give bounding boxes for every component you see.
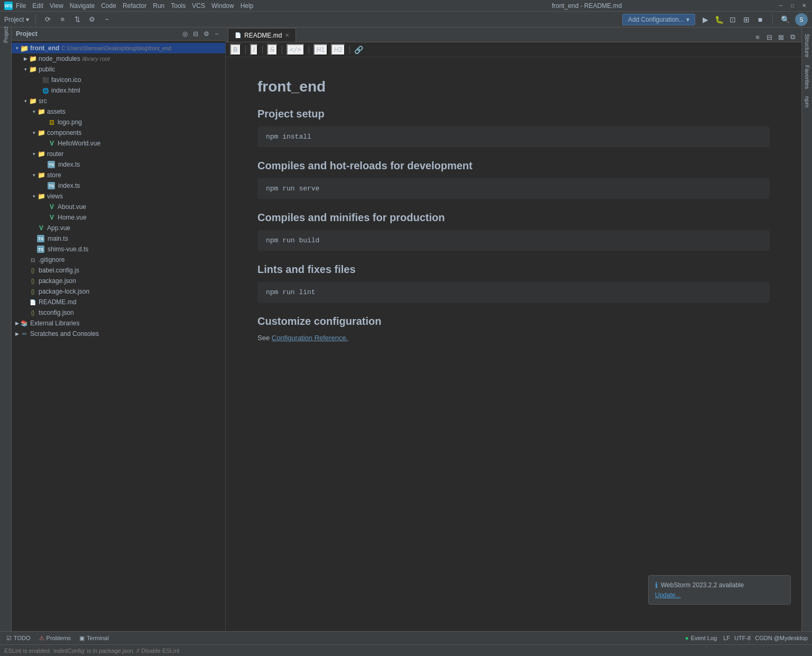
run-button[interactable]: ▶	[699, 14, 711, 25]
add-configuration-button[interactable]: Add Configuration... ▾	[622, 14, 695, 25]
tree-item-router[interactable]: ▾ 📁 router	[12, 149, 225, 159]
tab-readme-icon: 📄	[235, 32, 241, 38]
menu-vcs[interactable]: VCS	[192, 2, 205, 10]
arrow-assets: ▾	[31, 108, 37, 115]
label-components: components	[47, 129, 81, 136]
tab-split-h-icon[interactable]: ⊟	[764, 32, 774, 42]
tree-item-gitignore[interactable]: ⊡ .gitignore	[12, 254, 225, 265]
list-icon[interactable]: ≡	[57, 14, 68, 25]
coverage-button[interactable]: ⊡	[727, 14, 739, 25]
update-notification: ℹ WebStorm 2023.2.2 available Update...	[648, 575, 791, 605]
tree-item-home[interactable]: V Home.vue	[12, 212, 225, 223]
tree-item-assets[interactable]: ▾ 📁 assets	[12, 106, 225, 117]
tree-item-tsconfig[interactable]: {} tsconfig.json	[12, 307, 225, 318]
tree-item-views[interactable]: ▾ 📁 views	[12, 191, 225, 202]
md-link-icon[interactable]: 🔗	[354, 45, 363, 54]
tree-item-index-html[interactable]: 🌐 index.html	[12, 85, 225, 96]
tree-item-favicon[interactable]: ⬛ favicon.ico	[12, 75, 225, 85]
arrow-logo	[41, 119, 48, 125]
debug-button[interactable]: 🐛	[713, 14, 725, 25]
folder-icon-store: 📁	[37, 171, 45, 179]
menu-file[interactable]: File	[16, 2, 26, 10]
tree-item-components[interactable]: ▾ 📁 components	[12, 127, 225, 138]
arrow-package-lock	[22, 288, 29, 295]
md-strikethrough-button[interactable]: S	[267, 44, 278, 56]
todo-button[interactable]: ☑ TODO	[4, 634, 33, 643]
update-link[interactable]: Update...	[655, 591, 784, 599]
config-reference-link[interactable]: Configuration Reference.	[272, 334, 348, 342]
problems-button[interactable]: ⚠ Problems	[37, 634, 73, 643]
json-icon-tsconfig: {}	[29, 308, 37, 317]
tab-split-v-icon[interactable]: ⊠	[776, 32, 786, 42]
locate-icon[interactable]: ◎	[181, 30, 189, 38]
tree-item-router-index[interactable]: TS index.ts	[12, 159, 225, 170]
event-log-button[interactable]: ● Event Log	[683, 634, 719, 642]
menu-window[interactable]: Window	[211, 2, 234, 10]
tree-item-front_end[interactable]: ▾ 📁 front_end C:\Users\Sterman\Desktop\b…	[12, 43, 225, 53]
tree-item-public[interactable]: ▾ 📁 public	[12, 64, 225, 75]
tree-item-babel[interactable]: {} babel.config.js	[12, 265, 225, 276]
structure-label[interactable]: Structure	[803, 32, 811, 60]
menu-tools[interactable]: Tools	[171, 2, 186, 10]
tree-item-ext-libs[interactable]: ▶ 📚 External Libraries	[12, 318, 225, 329]
menu-code[interactable]: Code	[101, 2, 116, 10]
project-dropdown[interactable]: Project ▾	[4, 16, 29, 23]
tree-item-shims[interactable]: TS shims-vue.d.ts	[12, 244, 225, 254]
branch-label[interactable]: CGDN @Mydesktop	[755, 635, 808, 641]
terminal-button[interactable]: ▣ Terminal	[77, 634, 111, 643]
md-bold-button[interactable]: B	[230, 44, 241, 56]
tree-item-src[interactable]: ▾ 📁 src	[12, 96, 225, 106]
md-italic-button[interactable]: I	[250, 44, 258, 56]
project-side-icon[interactable]: Project	[1, 30, 11, 39]
tree-item-node_modules[interactable]: ▶ 📁 node_modules library root	[12, 53, 225, 64]
sync-icon[interactable]: ⟳	[42, 14, 53, 25]
collapse-icon[interactable]: ⊟	[191, 30, 200, 38]
tree-item-package[interactable]: {} package.json	[12, 276, 225, 286]
menu-refactor[interactable]: Refactor	[123, 2, 146, 10]
tree-item-store[interactable]: ▾ 📁 store	[12, 170, 225, 180]
tab-list-icon[interactable]: ≡	[753, 32, 762, 42]
stop-button[interactable]: ■	[754, 14, 766, 25]
search-button[interactable]: 🔍	[779, 14, 791, 25]
lf-label[interactable]: LF	[723, 635, 730, 641]
close-button[interactable]: ✕	[800, 2, 808, 10]
settings-icon[interactable]: ⚙	[87, 14, 97, 25]
menu-view[interactable]: View	[50, 2, 63, 10]
menu-edit[interactable]: Edit	[32, 2, 43, 10]
user-avatar[interactable]: S	[795, 13, 808, 26]
md-icon-readme: 📄	[29, 298, 37, 306]
tab-readme[interactable]: 📄 README.md ✕	[228, 28, 296, 42]
tree-item-store-index[interactable]: TS index.ts	[12, 180, 225, 191]
maximize-button[interactable]: □	[789, 2, 796, 10]
menu-navigate[interactable]: Navigate	[70, 2, 95, 10]
tree-item-readme[interactable]: 📄 README.md	[12, 297, 225, 307]
npm-label[interactable]: npm	[803, 94, 811, 110]
expand-icon[interactable]: ⇅	[72, 14, 82, 25]
tree-item-app[interactable]: V App.vue	[12, 223, 225, 233]
md-h1-button[interactable]: H1	[313, 44, 328, 56]
root-folder-icon: 📁	[20, 44, 29, 52]
menu-run[interactable]: Run	[153, 2, 164, 10]
tab-readme-close[interactable]: ✕	[285, 32, 289, 38]
md-code-button[interactable]: </>	[287, 44, 304, 56]
tab-float-icon[interactable]: ⧉	[788, 32, 797, 42]
panel-icons: ◎ ⊟ ⚙ −	[181, 30, 221, 38]
hide-icon[interactable]: −	[102, 14, 112, 25]
encoding-label[interactable]: UTF-8	[734, 635, 751, 641]
minimize-button[interactable]: ─	[777, 2, 785, 10]
favorites-label[interactable]: Favorites	[803, 63, 811, 91]
pin-icon[interactable]: −	[213, 30, 221, 38]
tree-item-logo[interactable]: 🖼 logo.png	[12, 117, 225, 127]
menu-help[interactable]: Help	[241, 2, 254, 10]
label-ext-libs: External Libraries	[30, 320, 79, 327]
options-icon[interactable]: ⚙	[202, 30, 210, 38]
md-h2-button[interactable]: H2	[331, 44, 345, 56]
profile-button[interactable]: ⊞	[741, 14, 752, 25]
tree-item-package-lock[interactable]: {} package-lock.json	[12, 286, 225, 297]
tree-item-about[interactable]: V About.vue	[12, 202, 225, 212]
tree-item-helloworld[interactable]: V HelloWorld.vue	[12, 138, 225, 149]
tree-item-main-ts[interactable]: TS main.ts	[12, 233, 225, 244]
arrow-ext-libs: ▶	[14, 320, 20, 326]
label-index-html: index.html	[51, 87, 80, 94]
tree-item-scratches[interactable]: ▶ ✏ Scratches and Consoles	[12, 329, 225, 339]
